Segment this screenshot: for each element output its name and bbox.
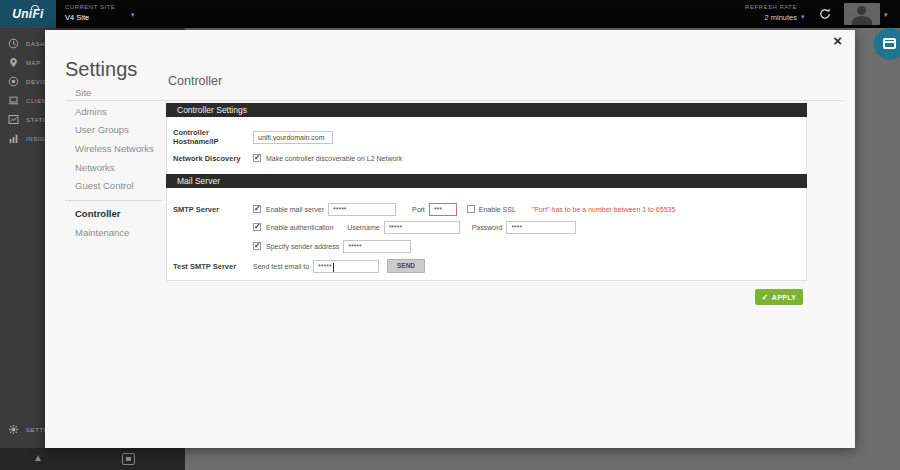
topbar: UniFi CURRENT SITE V4 Site ▾ REFRESH RAT…: [0, 0, 900, 28]
refresh-rate-value: 2 minutes: [745, 13, 797, 22]
chat-window-icon[interactable]: [122, 453, 135, 465]
username-label: Username: [347, 224, 379, 231]
port-error-message: "Port" has to be a number between 1 to 6…: [532, 206, 676, 213]
section-bar-controller-settings: Controller Settings: [166, 103, 807, 117]
discovery-checkbox[interactable]: [253, 154, 261, 162]
dashboard-icon: [8, 38, 19, 49]
unifi-logo-text: UniFi: [12, 7, 44, 21]
smtp-server-label: SMTP Server: [173, 205, 253, 214]
avatar-body: [852, 16, 872, 25]
nav-divider: [65, 200, 161, 201]
network-discovery-row: Network Discovery Make controller discov…: [173, 151, 800, 165]
test-email-input[interactable]: *****: [313, 260, 379, 273]
enable-mail-label: Enable mail server: [266, 206, 324, 213]
hostname-row: Controller Hostname/IP: [173, 130, 800, 144]
bar-chart-icon: [8, 133, 19, 144]
hostname-label: Controller Hostname/IP: [173, 128, 253, 146]
test-email-label: Send test email to: [253, 263, 309, 270]
sidebar-item-label: MAP: [26, 60, 41, 66]
unifi-controller-app: UniFi CURRENT SITE V4 Site ▾ REFRESH RAT…: [0, 0, 900, 470]
refresh-icon[interactable]: [818, 7, 832, 21]
test-smtp-label: Test SMTP Server: [173, 262, 253, 271]
enable-ssl-checkbox[interactable]: [467, 205, 475, 213]
network-discovery-label: Network Discovery: [173, 154, 253, 163]
sender-label: Specify sender address: [266, 243, 339, 250]
laptop-icon: [8, 95, 19, 106]
refresh-rate-label: REFRESH RATE: [745, 4, 797, 10]
send-button[interactable]: SEND: [387, 259, 425, 273]
chat-bubble-button[interactable]: [874, 28, 900, 60]
sender-row: Specify sender address: [173, 239, 800, 253]
line-chart-icon: [8, 114, 19, 125]
port-input[interactable]: [429, 203, 457, 216]
sidebar-footer: ▲: [0, 448, 185, 470]
apply-button[interactable]: ✓ APPLY: [755, 289, 803, 305]
section-bar-mail-server: Mail Server: [166, 174, 807, 188]
chevron-down-icon[interactable]: ▾: [884, 11, 888, 19]
unifi-logo: UniFi: [0, 0, 56, 28]
enable-auth-label: Enable authentication: [266, 224, 333, 231]
enable-auth-checkbox[interactable]: [253, 223, 261, 231]
chevron-down-icon[interactable]: ▾: [131, 11, 135, 19]
current-site-selector[interactable]: CURRENT SITE V4 Site: [65, 4, 115, 22]
sender-checkbox[interactable]: [253, 242, 261, 250]
check-icon: ✓: [762, 293, 769, 302]
hostname-input[interactable]: [253, 131, 333, 144]
enable-ssl-label: Enable SSL: [479, 206, 516, 213]
chevron-down-icon[interactable]: ▾: [801, 13, 805, 21]
test-smtp-row: Test SMTP Server Send test email to ****…: [173, 259, 800, 273]
port-label: Port: [412, 206, 425, 213]
current-site-value: V4 Site: [65, 13, 115, 22]
mail-server-input[interactable]: [328, 203, 396, 216]
password-input[interactable]: [506, 221, 576, 234]
text-cursor: [333, 263, 334, 272]
test-email-value: *****: [318, 263, 332, 270]
close-icon[interactable]: ×: [833, 33, 842, 48]
smtp-row: SMTP Server Enable mail server Port Enab…: [173, 202, 800, 216]
password-label: Password: [472, 224, 503, 231]
sender-input[interactable]: [343, 240, 411, 253]
avatar[interactable]: [844, 3, 880, 25]
auth-row: Enable authentication Username Password: [173, 220, 800, 234]
controller-settings-panel: Controller Settings Controller Hostname/…: [166, 103, 807, 281]
refresh-rate-selector[interactable]: REFRESH RATE 2 minutes: [745, 4, 797, 22]
map-pin-icon: [8, 57, 19, 68]
current-site-label: CURRENT SITE: [65, 4, 115, 10]
page-title: Controller: [168, 74, 222, 88]
wifi-arc-icon: [31, 5, 39, 9]
avatar-head: [857, 6, 866, 15]
chat-icon: [883, 38, 896, 49]
username-input[interactable]: [384, 221, 460, 234]
gear-icon: [8, 424, 19, 435]
discovery-checkbox-label: Make controller discoverable on L2 Netwo…: [266, 155, 402, 162]
devices-icon: [8, 76, 19, 87]
modal-title: Settings: [65, 58, 137, 81]
settings-modal: Settings × Site Admins User Groups Wirel…: [45, 30, 855, 448]
apply-button-label: APPLY: [772, 294, 797, 301]
enable-mail-checkbox[interactable]: [253, 205, 261, 213]
upload-icon[interactable]: ▲: [33, 452, 43, 463]
